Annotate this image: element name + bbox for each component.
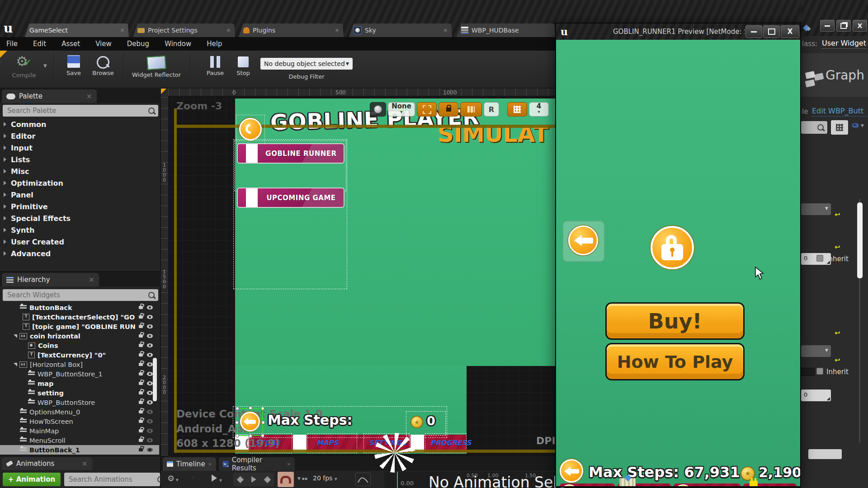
keyframe-diamond-icon[interactable] (236, 476, 244, 483)
reset-to-default-icon[interactable]: ↩ (835, 243, 840, 251)
reset-to-default-icon[interactable]: ↩ (835, 329, 840, 337)
minimize-button[interactable] (820, 20, 835, 32)
handle[interactable] (261, 407, 264, 410)
pause-button[interactable]: Pause (203, 52, 228, 86)
how-to-play-button[interactable]: How To Play (605, 343, 745, 380)
details-number-field-2[interactable]: 0 (801, 389, 831, 401)
localization-globe-button[interactable] (370, 102, 386, 117)
tree-row[interactable]: WBP_ButtonStore_1 (0, 369, 159, 379)
menu-asset[interactable]: Asset (61, 40, 80, 48)
restore-button[interactable] (836, 20, 851, 32)
tree-row-selected[interactable]: ButtonBack_1 (0, 445, 159, 455)
details-search-input[interactable] (805, 123, 817, 132)
menu-window[interactable]: Window (165, 40, 191, 48)
lock-icon[interactable] (139, 363, 143, 366)
preview-titlebar[interactable]: u GOBLIN_RUNNER1 Preview [NetMode: Sta X (556, 23, 800, 40)
tab-animations[interactable]: Animations ✕ (2, 457, 92, 470)
palette-category[interactable]: Common (0, 118, 161, 130)
lock-icon[interactable] (139, 420, 143, 423)
menu-file[interactable]: File (6, 40, 18, 48)
lock-icon[interactable] (139, 429, 143, 432)
tree-row[interactable]: T[TextCurrency] "0" (0, 350, 159, 360)
lock-icon[interactable] (139, 306, 143, 309)
tab-compiler-results[interactable]: >_ Compiler Results ✕ (219, 457, 295, 471)
nav-maps-button[interactable]: MAPS (618, 483, 671, 486)
maximize-button[interactable] (763, 25, 780, 38)
search-palette-input[interactable] (6, 106, 148, 115)
visibility-icon[interactable] (147, 448, 153, 452)
lock-icon[interactable] (139, 344, 143, 347)
visibility-icon[interactable] (147, 324, 153, 328)
palette-category[interactable]: Optimization (0, 177, 161, 189)
tab-plugins[interactable]: Plugins✕ (239, 23, 344, 37)
palette-category[interactable]: Primitive (0, 201, 161, 212)
tree-row[interactable]: T[topic game] "GOBLINE RUN (0, 322, 159, 331)
close-icon[interactable]: ✕ (443, 28, 448, 33)
grid-size-dropdown[interactable]: 4▼ (529, 102, 549, 117)
stop-button[interactable]: Stop (231, 52, 255, 86)
respect-locks-button[interactable]: R (484, 102, 499, 117)
minimize-button[interactable] (745, 25, 762, 38)
curves-button[interactable] (355, 473, 371, 486)
lock-icon[interactable] (139, 382, 143, 385)
tree-row[interactable]: MenuScroll (0, 436, 159, 445)
visibility-icon[interactable] (147, 438, 153, 442)
tab-gameselect[interactable]: GameSelect✕ (25, 23, 129, 37)
design-back-button[interactable] (239, 118, 262, 141)
palette-category[interactable]: Panel (0, 189, 161, 201)
visibility-icon[interactable] (147, 391, 153, 395)
lock-icon[interactable] (139, 315, 143, 319)
tree-row[interactable]: OptionsMenu_0 (0, 407, 159, 417)
hud-back-button[interactable] (560, 459, 583, 483)
buy-button[interactable]: Buy! (605, 302, 745, 340)
visibility-icon[interactable] (147, 362, 153, 366)
lock-icon[interactable] (139, 391, 143, 394)
visibility-icon[interactable] (147, 334, 153, 338)
nav-settings-button[interactable]: SETTINGS (674, 483, 741, 486)
handle[interactable] (261, 434, 264, 437)
tab-palette[interactable]: Palette ✕ (2, 89, 97, 103)
tab-hierarchy[interactable]: Hierarchy ✕ (2, 273, 99, 286)
lock-icon[interactable] (139, 448, 143, 451)
preview-background-dropdown[interactable]: None▼ (388, 102, 415, 117)
lock-icon[interactable] (139, 439, 143, 442)
visibility-icon[interactable] (147, 429, 153, 433)
search-widgets-input[interactable] (6, 291, 148, 300)
palette-category[interactable]: User Created (0, 236, 161, 248)
inherit-checkbox-1[interactable] (816, 255, 823, 262)
lock-icon[interactable] (139, 410, 143, 413)
visibility-icon[interactable] (147, 343, 153, 347)
palette-category[interactable]: Input (0, 142, 161, 154)
close-button[interactable]: X (853, 20, 867, 32)
palette-search[interactable] (3, 105, 158, 117)
handle[interactable] (261, 421, 265, 424)
tab-wbp-hudbase[interactable]: WBP_HUDBase (457, 23, 555, 37)
menu-debug[interactable]: Debug (127, 40, 149, 48)
snap-magnet-button[interactable] (278, 472, 294, 487)
visibility-icon[interactable] (147, 315, 153, 319)
compile-button[interactable]: ⚙✓ Compile (5, 52, 43, 86)
save-button[interactable]: Save (61, 52, 86, 86)
tree-row[interactable]: Coins (0, 341, 159, 350)
preview-back-button[interactable] (562, 221, 605, 262)
close-button[interactable]: X (781, 25, 799, 38)
visibility-icon[interactable] (147, 419, 153, 423)
parent-class-value[interactable]: User Widget (822, 39, 866, 49)
close-icon[interactable]: ✕ (120, 28, 124, 33)
edit-style-link[interactable]: Edit WBP_Butt (812, 107, 867, 117)
browse-button[interactable]: Browse (89, 52, 118, 86)
tree-row[interactable]: map (0, 379, 159, 388)
tree-row[interactable]: [Horizontal Box] (0, 360, 159, 369)
lock-icon[interactable] (139, 372, 143, 375)
tree-row[interactable]: T[TextCharacterSelectQ] "GO (0, 312, 159, 322)
handle[interactable] (235, 421, 239, 424)
nav-store-button[interactable]: STORE (560, 483, 615, 486)
handle[interactable] (249, 406, 252, 410)
collapse-icon[interactable] (14, 363, 17, 366)
graph-mode-button[interactable]: Graph (801, 53, 868, 97)
playhead[interactable] (397, 472, 398, 488)
details-scrollbar[interactable] (857, 202, 863, 278)
close-icon[interactable]: ✕ (89, 276, 94, 284)
add-animation-button[interactable]: + Animation (3, 473, 61, 486)
palette-category[interactable]: Synth (0, 224, 161, 236)
